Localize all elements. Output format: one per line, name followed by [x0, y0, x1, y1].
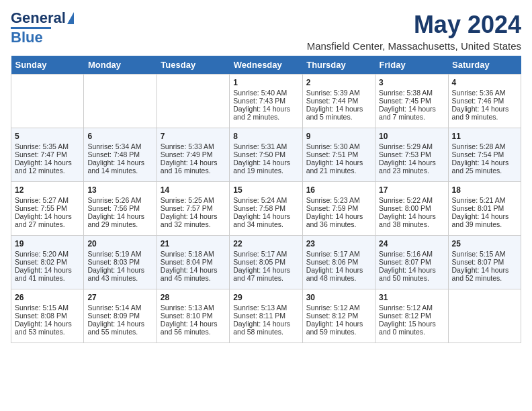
daylight-text: Daylight: 14 hours and 50 minutes.: [379, 266, 444, 282]
calendar-cell: 15Sunrise: 5:24 AMSunset: 7:58 PMDayligh…: [230, 182, 302, 236]
sunrise-text: Sunrise: 5:23 AM: [306, 196, 371, 204]
day-number: 19: [15, 239, 80, 248]
daylight-text: Daylight: 14 hours and 47 minutes.: [233, 266, 298, 282]
calendar-cell: 5Sunrise: 5:35 AMSunset: 7:47 PMDaylight…: [11, 128, 84, 182]
sunset-text: Sunset: 7:56 PM: [87, 204, 152, 212]
sunset-text: Sunset: 8:12 PM: [306, 312, 371, 320]
calendar-cell: 26Sunrise: 5:15 AMSunset: 8:08 PMDayligh…: [11, 289, 84, 343]
calendar-cell: 28Sunrise: 5:13 AMSunset: 8:10 PMDayligh…: [157, 289, 229, 343]
week-row-5: 26Sunrise: 5:15 AMSunset: 8:08 PMDayligh…: [11, 289, 521, 343]
day-number: 30: [306, 293, 371, 302]
calendar-cell: 21Sunrise: 5:18 AMSunset: 8:04 PMDayligh…: [157, 236, 229, 289]
day-number: 26: [15, 293, 80, 302]
calendar-table: SundayMondayTuesdayWednesdayThursdayFrid…: [11, 56, 521, 343]
day-number: 9: [306, 132, 371, 141]
day-number: 27: [87, 293, 152, 302]
calendar-cell: 25Sunrise: 5:15 AMSunset: 8:07 PMDayligh…: [448, 236, 521, 289]
calendar-cell: 2Sunrise: 5:39 AMSunset: 7:44 PMDaylight…: [302, 75, 375, 128]
day-number: 14: [161, 185, 226, 195]
daylight-text: Daylight: 14 hours and 36 minutes.: [306, 212, 371, 228]
day-number: 3: [379, 78, 444, 87]
day-number: 20: [87, 239, 152, 248]
calendar-cell: 16Sunrise: 5:23 AMSunset: 7:59 PMDayligh…: [302, 182, 375, 236]
calendar-cell: 8Sunrise: 5:31 AMSunset: 7:50 PMDaylight…: [230, 128, 302, 182]
calendar-cell: [84, 75, 157, 128]
calendar-cell: 29Sunrise: 5:13 AMSunset: 8:11 PMDayligh…: [230, 289, 302, 343]
daylight-text: Daylight: 15 hours and 0 minutes.: [379, 320, 444, 336]
sunrise-text: Sunrise: 5:30 AM: [306, 142, 371, 150]
sunrise-text: Sunrise: 5:38 AM: [379, 89, 444, 97]
calendar-cell: 4Sunrise: 5:36 AMSunset: 7:46 PMDaylight…: [448, 75, 521, 128]
calendar-cell: 19Sunrise: 5:20 AMSunset: 8:02 PMDayligh…: [11, 236, 84, 289]
day-number: 13: [87, 185, 152, 195]
sunset-text: Sunset: 7:51 PM: [306, 150, 371, 158]
day-number: 12: [15, 185, 80, 195]
daylight-text: Daylight: 14 hours and 55 minutes.: [87, 320, 152, 336]
daylight-text: Daylight: 14 hours and 2 minutes.: [233, 105, 298, 121]
sunset-text: Sunset: 8:05 PM: [233, 258, 298, 266]
daylight-text: Daylight: 14 hours and 9 minutes.: [452, 105, 517, 121]
calendar-cell: 17Sunrise: 5:22 AMSunset: 8:00 PMDayligh…: [375, 182, 448, 236]
weekday-header-tuesday: Tuesday: [157, 56, 229, 75]
daylight-text: Daylight: 14 hours and 21 minutes.: [306, 158, 371, 175]
daylight-text: Daylight: 14 hours and 14 minutes.: [87, 158, 152, 175]
sunset-text: Sunset: 7:43 PM: [233, 97, 298, 105]
sunset-text: Sunset: 7:49 PM: [161, 150, 226, 158]
sunrise-text: Sunrise: 5:19 AM: [87, 250, 152, 258]
sunset-text: Sunset: 7:54 PM: [452, 150, 517, 158]
title-section: May 2024 Mansfield Center, Massachusetts…: [307, 11, 521, 52]
sunset-text: Sunset: 8:03 PM: [87, 258, 152, 266]
calendar-cell: [448, 289, 521, 343]
sunset-text: Sunset: 7:59 PM: [306, 204, 371, 212]
day-number: 21: [161, 239, 226, 248]
calendar-cell: 7Sunrise: 5:33 AMSunset: 7:49 PMDaylight…: [157, 128, 229, 182]
sunrise-text: Sunrise: 5:15 AM: [452, 250, 517, 258]
day-number: 8: [233, 132, 298, 141]
page-header: General Blue May 2024 Mansfield Center, …: [11, 11, 521, 52]
sunrise-text: Sunrise: 5:13 AM: [233, 304, 298, 312]
daylight-text: Daylight: 14 hours and 53 minutes.: [15, 320, 80, 336]
calendar-cell: [157, 75, 229, 128]
month-year-title: May 2024: [307, 11, 521, 39]
sunrise-text: Sunrise: 5:25 AM: [161, 196, 226, 204]
sunset-text: Sunset: 8:07 PM: [379, 258, 444, 266]
day-number: 1: [233, 78, 298, 87]
weekday-header-row: SundayMondayTuesdayWednesdayThursdayFrid…: [11, 56, 521, 75]
daylight-text: Daylight: 14 hours and 12 minutes.: [15, 158, 80, 175]
weekday-header-monday: Monday: [84, 56, 157, 75]
daylight-text: Daylight: 14 hours and 58 minutes.: [233, 320, 298, 336]
sunset-text: Sunset: 8:04 PM: [161, 258, 226, 266]
calendar-cell: 11Sunrise: 5:28 AMSunset: 7:54 PMDayligh…: [448, 128, 521, 182]
week-row-1: 1Sunrise: 5:40 AMSunset: 7:43 PMDaylight…: [11, 75, 521, 128]
day-number: 5: [15, 132, 80, 141]
daylight-text: Daylight: 14 hours and 56 minutes.: [161, 320, 226, 336]
daylight-text: Daylight: 14 hours and 48 minutes.: [306, 266, 371, 282]
sunrise-text: Sunrise: 5:17 AM: [306, 250, 371, 258]
sunrise-text: Sunrise: 5:35 AM: [15, 142, 80, 150]
weekday-header-thursday: Thursday: [302, 56, 375, 75]
sunrise-text: Sunrise: 5:21 AM: [452, 196, 517, 204]
calendar-cell: 30Sunrise: 5:12 AMSunset: 8:12 PMDayligh…: [302, 289, 375, 343]
sunset-text: Sunset: 8:02 PM: [15, 258, 80, 266]
sunrise-text: Sunrise: 5:14 AM: [87, 304, 152, 312]
sunset-text: Sunset: 7:50 PM: [233, 150, 298, 158]
sunrise-text: Sunrise: 5:34 AM: [87, 142, 152, 150]
sunrise-text: Sunrise: 5:31 AM: [233, 142, 298, 150]
daylight-text: Daylight: 14 hours and 39 minutes.: [452, 212, 517, 228]
sunrise-text: Sunrise: 5:16 AM: [379, 250, 444, 258]
sunset-text: Sunset: 8:11 PM: [233, 312, 298, 320]
daylight-text: Daylight: 14 hours and 43 minutes.: [87, 266, 152, 282]
sunset-text: Sunset: 7:47 PM: [15, 150, 80, 158]
calendar-cell: 23Sunrise: 5:17 AMSunset: 8:06 PMDayligh…: [302, 236, 375, 289]
sunset-text: Sunset: 8:06 PM: [306, 258, 371, 266]
sunrise-text: Sunrise: 5:27 AM: [15, 196, 80, 204]
sunrise-text: Sunrise: 5:17 AM: [233, 250, 298, 258]
sunrise-text: Sunrise: 5:40 AM: [233, 89, 298, 97]
day-number: 7: [161, 132, 226, 141]
sunset-text: Sunset: 8:12 PM: [379, 312, 444, 320]
daylight-text: Daylight: 14 hours and 27 minutes.: [15, 212, 80, 228]
daylight-text: Daylight: 14 hours and 29 minutes.: [87, 212, 152, 228]
sunrise-text: Sunrise: 5:33 AM: [161, 142, 226, 150]
sunrise-text: Sunrise: 5:26 AM: [87, 196, 152, 204]
calendar-cell: 13Sunrise: 5:26 AMSunset: 7:56 PMDayligh…: [84, 182, 157, 236]
